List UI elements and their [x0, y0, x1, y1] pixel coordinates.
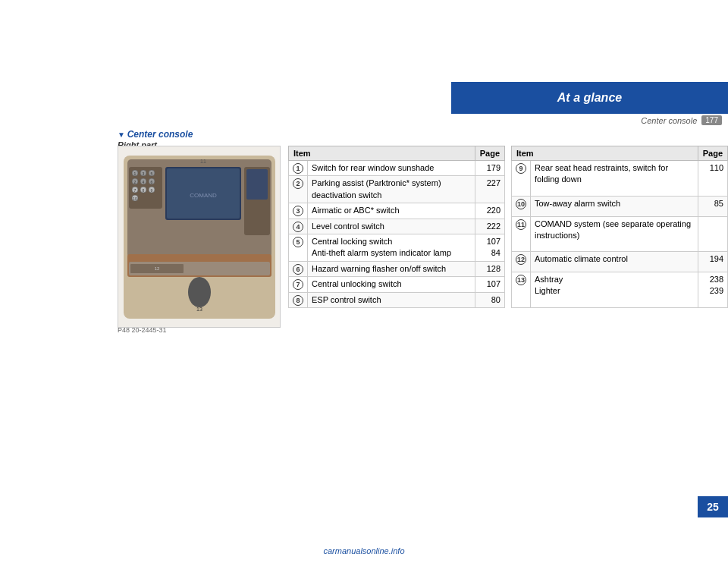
table-row: 12Automatic climate control194	[512, 252, 728, 272]
left-table-page-header: Page	[475, 146, 504, 161]
row-text: ESP control switch	[308, 292, 475, 307]
svg-rect-29	[246, 169, 268, 200]
svg-text:9: 9	[150, 187, 152, 192]
row-text: Tow-away alarm switch	[531, 196, 698, 216]
row-text: Central unlocking switch	[308, 277, 475, 292]
image-caption: P48 20-2445-31	[118, 326, 167, 334]
row-number: 4	[289, 219, 308, 234]
svg-point-33	[188, 277, 211, 307]
svg-text:6: 6	[150, 179, 152, 184]
row-page: 220	[475, 203, 504, 219]
svg-text:12: 12	[154, 266, 159, 271]
svg-text:COMAND: COMAND	[190, 192, 217, 199]
row-number: 12	[512, 252, 531, 272]
row-text: Automatic climate control	[531, 252, 698, 272]
subheader-text: Center console	[641, 116, 697, 125]
svg-text:7: 7	[133, 187, 136, 192]
right-table-page-header: Page	[698, 146, 727, 161]
row-page: 85	[698, 196, 727, 216]
car-image: COMAND 1 3 5 2 4 6 7 8 9 10 11 12	[118, 146, 281, 328]
svg-text:2: 2	[133, 179, 136, 184]
svg-text:11: 11	[200, 159, 206, 164]
row-page: 179	[475, 161, 504, 176]
table-row: 11COMAND system (see separate operating …	[512, 216, 728, 252]
row-page: 128	[475, 261, 504, 276]
table-row: 10Tow-away alarm switch85	[512, 196, 728, 216]
svg-text:13: 13	[196, 307, 202, 312]
row-text: Airmatic or ABC* switch	[308, 203, 475, 219]
row-number: 5	[289, 234, 308, 261]
svg-text:8: 8	[142, 187, 144, 192]
table-row: 2Parking assist (Parktronic* system) dea…	[289, 176, 505, 203]
svg-text:3: 3	[142, 171, 144, 175]
row-number: 1	[289, 161, 308, 176]
header-title: At a glance	[557, 91, 622, 105]
row-text: Hazard warning flasher on/off switch	[308, 261, 475, 276]
row-page: 222	[475, 219, 504, 234]
table-row: 1Switch for rear window sunshade179	[289, 161, 505, 176]
row-number: 10	[512, 196, 531, 216]
right-table: Item Page 9Rear seat head restraints, sw…	[511, 146, 728, 308]
row-page: 227	[475, 176, 504, 203]
row-number: 3	[289, 203, 308, 219]
row-text: Switch for rear window sunshade	[308, 161, 475, 176]
row-text: Rear seat head restraints, switch for fo…	[531, 161, 698, 197]
page-badge: 25	[698, 496, 728, 517]
row-text: COMAND system (see separate operating in…	[531, 216, 698, 252]
row-text: Level control switch	[308, 219, 475, 234]
subheader: Center console 177	[451, 115, 728, 125]
row-page	[698, 216, 727, 252]
header-bar: At a glance	[451, 82, 728, 114]
row-number: 7	[289, 277, 308, 292]
table-row: 9Rear seat head restraints, switch for f…	[512, 161, 728, 197]
table-row: 4Level control switch222	[289, 219, 505, 234]
table-row: 7Central unlocking switch107	[289, 277, 505, 292]
row-text: AshtrayLighter	[531, 272, 698, 308]
left-table: Item Page 1Switch for rear window sunsha…	[288, 146, 505, 308]
row-text: Parking assist (Parktronic* system) deac…	[308, 176, 475, 203]
row-number: 9	[512, 161, 531, 197]
svg-text:10: 10	[133, 196, 137, 200]
right-table-item-header: Item	[512, 146, 698, 161]
svg-text:4: 4	[142, 179, 144, 184]
row-number: 11	[512, 216, 531, 252]
table-row: 6Hazard warning flasher on/off switch128	[289, 261, 505, 276]
row-number: 6	[289, 261, 308, 276]
svg-text:1: 1	[133, 171, 136, 175]
row-page: 107	[475, 277, 504, 292]
left-table-item-header: Item	[289, 146, 475, 161]
section-heading: Center console	[118, 129, 193, 140]
row-number: 2	[289, 176, 308, 203]
row-number: 8	[289, 292, 308, 307]
tables-container: Item Page 1Switch for rear window sunsha…	[288, 146, 728, 308]
table-row: 3Airmatic or ABC* switch220	[289, 203, 505, 219]
svg-text:5: 5	[150, 171, 152, 175]
watermark: carmanualsonline.info	[0, 546, 728, 555]
table-row: 5Central locking switchAnti-theft alarm …	[289, 234, 505, 261]
subheader-badge: 177	[701, 115, 722, 125]
table-row: 8ESP control switch80	[289, 292, 505, 307]
row-page: 238239	[698, 272, 727, 308]
row-page: 110	[698, 161, 727, 197]
table-row: 13AshtrayLighter238239	[512, 272, 728, 308]
row-page: 80	[475, 292, 504, 307]
row-page: 194	[698, 252, 727, 272]
row-text: Central locking switchAnti-theft alarm s…	[308, 234, 475, 261]
row-page: 10784	[475, 234, 504, 261]
row-number: 13	[512, 272, 531, 308]
